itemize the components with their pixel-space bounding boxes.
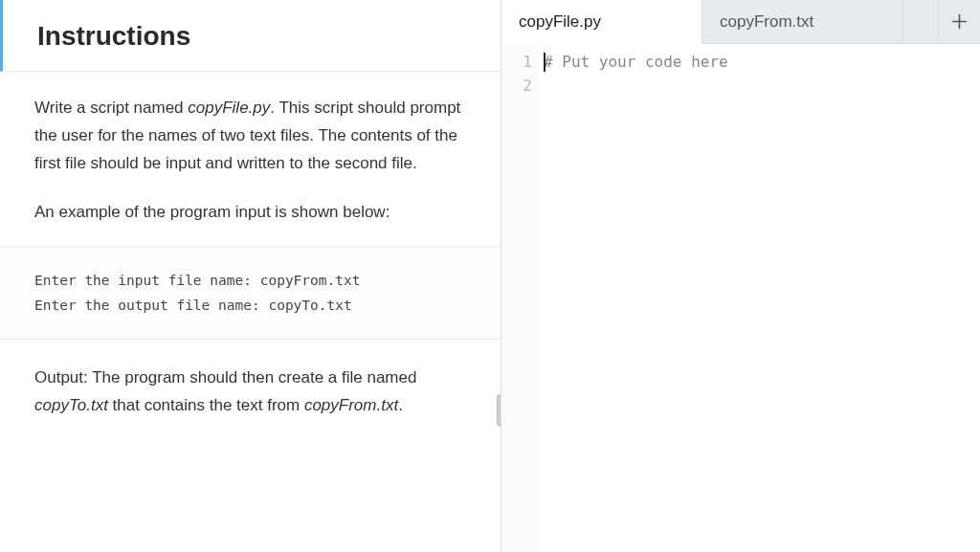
code-line xyxy=(544,74,980,98)
line-number: 1 xyxy=(501,50,532,74)
filename-italic: copyTo.txt xyxy=(34,396,108,414)
instructions-header: Instructions xyxy=(0,0,501,72)
text-fragment: that contains the text from xyxy=(108,396,304,414)
tab-copyfrom[interactable]: copyFrom.txt xyxy=(702,0,903,43)
tab-bar: copyFile.py copyFrom.txt xyxy=(501,0,980,44)
filename-italic: copyFrom.txt xyxy=(304,396,398,414)
tab-label: copyFrom.txt xyxy=(720,12,813,32)
plus-icon xyxy=(951,13,968,30)
instructions-body: Write a script named copyFile.py. This s… xyxy=(0,72,501,247)
instructions-title: Instructions xyxy=(37,21,466,52)
instructions-panel: Instructions Write a script named copyFi… xyxy=(0,0,501,552)
code-sample-block: Enter the input file name: copyFrom.txt … xyxy=(0,247,501,340)
editor-panel: copyFile.py copyFrom.txt 1 2 # Put your … xyxy=(501,0,980,552)
text-cursor xyxy=(544,53,546,72)
text-fragment: Write a script named xyxy=(34,99,188,117)
text-fragment: . xyxy=(398,396,403,414)
code-sample: Enter the input file name: copyFrom.txt … xyxy=(34,268,466,318)
tab-copyfile[interactable]: copyFile.py xyxy=(501,0,702,44)
new-tab-button[interactable] xyxy=(938,0,980,43)
text-fragment: Output: The program should then create a… xyxy=(34,368,416,386)
tab-label: copyFile.py xyxy=(519,12,601,32)
code-area[interactable]: # Put your code here xyxy=(540,44,980,552)
filename-italic: copyFile.py xyxy=(188,99,270,117)
code-line: # Put your code here xyxy=(544,50,980,74)
output-paragraph: Output: The program should then create a… xyxy=(34,364,466,420)
output-section: Output: The program should then create a… xyxy=(0,340,501,439)
line-number: 2 xyxy=(501,74,532,98)
instructions-paragraph-2: An example of the program input is shown… xyxy=(34,199,466,227)
instructions-paragraph-1: Write a script named copyFile.py. This s… xyxy=(34,95,466,178)
code-editor[interactable]: 1 2 # Put your code here xyxy=(501,44,980,552)
line-number-gutter: 1 2 xyxy=(501,44,540,552)
